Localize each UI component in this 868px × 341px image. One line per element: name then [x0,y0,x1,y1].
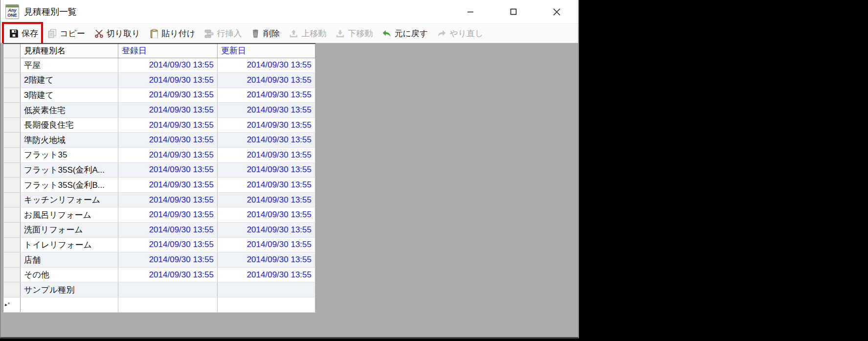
cell-updated-date[interactable]: 2014/09/30 13:55 [218,58,315,73]
cell-estimate-type-name[interactable]: 平屋 [21,58,118,73]
cell-estimate-type-name-selected[interactable] [21,297,118,313]
cell-estimate-type-name[interactable]: フラット35S(金利B... [21,178,118,193]
cell-updated-date[interactable]: 2014/09/30 13:55 [218,178,315,193]
row-header-cell[interactable] [3,58,21,73]
column-header-name[interactable]: 見積種別名 [21,44,118,58]
cell-estimate-type-name[interactable]: トイレリフォーム [21,237,118,252]
cell-estimate-type-name[interactable]: フラット35 [21,148,118,163]
paste-button[interactable]: 貼り付け [147,26,198,41]
row-header-cell[interactable] [3,223,21,238]
cell-updated-date[interactable]: 2014/09/30 13:55 [218,223,315,238]
cell-estimate-type-name[interactable]: 2階建て [21,73,118,88]
cell-updated-date[interactable]: 2014/09/30 13:55 [218,267,315,282]
cell-updated-date[interactable] [218,282,315,297]
cut-button[interactable]: 切り取り [92,26,143,41]
cell-estimate-type-name[interactable]: 長期優良住宅 [21,117,118,133]
cell-registered-date[interactable]: 2014/09/30 13:55 [118,88,218,103]
table-row: 準防火地域2014/09/30 13:552014/09/30 13:55 [3,133,315,148]
cell-registered-date[interactable]: 2014/09/30 13:55 [118,178,218,193]
cell-registered-date[interactable]: 2014/09/30 13:55 [118,223,218,238]
toolbar-item-label: 切り取り [107,28,140,39]
cell-registered-date[interactable]: 2014/09/30 13:55 [118,73,218,88]
row-header-cell[interactable] [3,237,21,252]
move-down-button: 下移動 [333,26,375,41]
cell-updated-date[interactable]: 2014/09/30 13:55 [218,133,315,148]
cell-estimate-type-name[interactable]: 店舗 [21,252,118,268]
table-row: キッチンリフォーム2014/09/30 13:552014/09/30 13:5… [3,192,315,207]
client-area: 見積種別名 登録日 更新日 平屋2014/09/30 13:552014/09/… [0,43,578,337]
cell-registered-date[interactable]: 2014/09/30 13:55 [118,162,218,178]
cell-updated-date[interactable]: 2014/09/30 13:55 [218,207,315,223]
cell-registered-date[interactable]: 2014/09/30 13:55 [118,192,218,207]
maximize-button[interactable] [492,0,535,23]
cell-registered-date[interactable]: 2014/09/30 13:55 [118,267,218,282]
column-header-registered[interactable]: 登録日 [118,44,218,58]
toolbar-item-label: 上移動 [301,28,326,39]
cell-estimate-type-name[interactable]: その他 [21,267,118,282]
row-header-cell[interactable] [3,117,21,133]
cell-registered-date[interactable]: 2014/09/30 13:55 [118,148,218,163]
cell-updated-date[interactable]: 2014/09/30 13:55 [218,162,315,178]
table-row: 2階建て2014/09/30 13:552014/09/30 13:55 [3,73,315,88]
app-window: Any ONE 見積種別一覧 保存コピー切り取り貼り付け行挿入削除上移動下移動元… [0,0,579,339]
row-header-cell[interactable] [3,267,21,282]
close-icon [553,8,560,16]
close-button[interactable] [535,0,578,23]
cell-registered-date[interactable]: 2014/09/30 13:55 [118,237,218,252]
row-header-cell[interactable] [3,192,21,207]
cell-registered-date[interactable]: 2014/09/30 13:55 [118,252,218,268]
minimize-button[interactable] [449,0,492,23]
table-row: 店舗2014/09/30 13:552014/09/30 13:55 [3,252,315,268]
table-row: 低炭素住宅2014/09/30 13:552014/09/30 13:55 [3,103,315,118]
estimate-type-grid: 見積種別名 登録日 更新日 平屋2014/09/30 13:552014/09/… [3,43,315,313]
copy-button[interactable]: コピー [45,26,88,41]
new-row-marker[interactable]: ▸* [3,297,21,313]
cell-updated-date[interactable]: 2014/09/30 13:55 [218,252,315,268]
copy-icon [47,29,57,38]
cell-estimate-type-name[interactable]: 3階建て [21,88,118,103]
row-header-cell[interactable] [3,133,21,148]
table-row: フラット35S(金利A...2014/09/30 13:552014/09/30… [3,162,315,178]
cell-registered-date[interactable]: 2014/09/30 13:55 [118,117,218,133]
row-header-cell[interactable] [3,148,21,163]
toolbar: 保存コピー切り取り貼り付け行挿入削除上移動下移動元に戻すやり直し [0,23,578,43]
row-header-cell[interactable] [3,178,21,193]
row-header-cell[interactable] [3,88,21,103]
cell-updated-date[interactable]: 2014/09/30 13:55 [218,117,315,133]
row-header-cell[interactable] [3,103,21,118]
cell-registered-date[interactable]: 2014/09/30 13:55 [118,103,218,118]
cell-estimate-type-name[interactable]: キッチンリフォーム [21,192,118,207]
undo-button[interactable]: 元に戻す [379,26,430,41]
cell-estimate-type-name[interactable]: お風呂リフォーム [21,207,118,223]
column-header-updated[interactable]: 更新日 [218,44,315,58]
cell-estimate-type-name[interactable]: サンプル種別 [21,282,118,297]
undo-arrow-icon [382,29,391,38]
cell-registered-date[interactable]: 2014/09/30 13:55 [118,58,218,73]
row-header-cell[interactable] [3,282,21,297]
cell-updated-date[interactable]: 2014/09/30 13:55 [218,88,315,103]
insert-row-button: 行挿入 [202,26,244,41]
row-header-cell[interactable] [3,162,21,178]
cell-updated-date[interactable]: 2014/09/30 13:55 [218,148,315,163]
cell-updated-date[interactable]: 2014/09/30 13:55 [218,103,315,118]
row-header-cell[interactable] [3,73,21,88]
cell-updated-date[interactable]: 2014/09/30 13:55 [218,192,315,207]
cell-estimate-type-name[interactable]: フラット35S(金利A... [21,162,118,178]
cell-updated-date[interactable] [218,297,315,313]
cell-estimate-type-name[interactable]: 低炭素住宅 [21,103,118,118]
cell-registered-date[interactable] [118,282,218,297]
table-row: 3階建て2014/09/30 13:552014/09/30 13:55 [3,88,315,103]
redo-arrow-icon [437,29,446,38]
cell-estimate-type-name[interactable]: 準防火地域 [21,133,118,148]
row-header-cell[interactable] [3,252,21,268]
save-button[interactable]: 保存 [7,26,41,41]
cell-registered-date[interactable]: 2014/09/30 13:55 [118,207,218,223]
cell-estimate-type-name[interactable]: 洗面リフォーム [21,223,118,238]
delete-button[interactable]: 削除 [248,26,282,41]
row-header-cell[interactable] [3,207,21,223]
cell-updated-date[interactable]: 2014/09/30 13:55 [218,237,315,252]
cell-updated-date[interactable]: 2014/09/30 13:55 [218,73,315,88]
cell-registered-date[interactable]: 2014/09/30 13:55 [118,133,218,148]
cell-registered-date[interactable] [118,297,218,313]
grid-corner-header[interactable] [3,44,21,58]
